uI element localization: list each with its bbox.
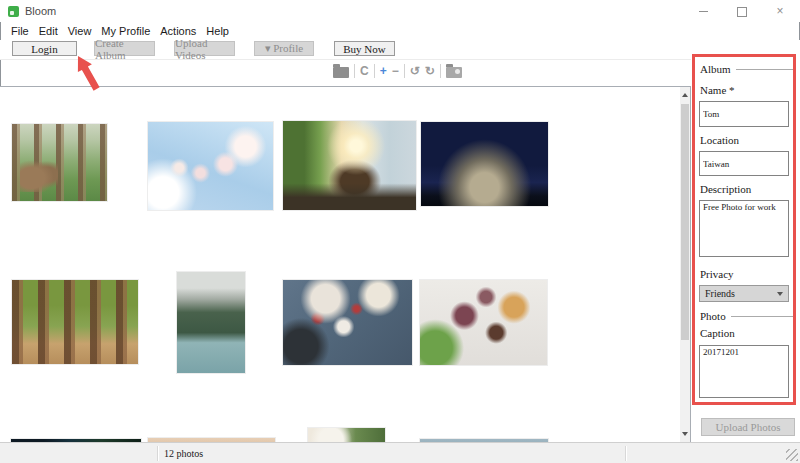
rotate-right-icon[interactable]: ↻ — [425, 63, 435, 79]
album-group-label: Album — [700, 63, 795, 75]
privacy-select[interactable]: Friends — [699, 285, 789, 302]
menu-file[interactable]: File — [6, 24, 34, 38]
photo-group-label: Photo — [700, 310, 795, 322]
status-bar: 12 photos — [0, 442, 800, 463]
icon-toolbar: C+−↺↻ — [333, 61, 462, 81]
window-controls: × — [698, 0, 794, 22]
upload-videos-button[interactable]: Upload Videos — [174, 41, 235, 56]
photo-forest-lake[interactable] — [177, 272, 245, 373]
photo-grid — [0, 86, 691, 442]
photo-folder-icon[interactable] — [333, 67, 349, 78]
scrollbar-thumb[interactable] — [681, 104, 689, 340]
photo-count-label: 12 photos — [158, 443, 625, 463]
photo-woman-at-sunset[interactable] — [283, 121, 416, 210]
minimize-icon[interactable] — [698, 5, 710, 17]
toolbar-separator — [440, 64, 441, 78]
upload-photos-button[interactable]: Upload Photos — [701, 418, 795, 436]
close-icon[interactable]: × — [774, 5, 786, 17]
menu-view[interactable]: View — [63, 24, 97, 38]
app-icon — [8, 6, 19, 17]
buy-now-button[interactable]: Buy Now — [334, 41, 395, 56]
location-input[interactable] — [699, 151, 789, 176]
album-panel: Album Name * Location Description Free P… — [691, 59, 800, 442]
photo-dessert-flatlay[interactable] — [283, 280, 412, 365]
caption-label: Caption — [700, 327, 735, 339]
bloom-app-window: { "window": { "title": "Bloom" }, "menu_… — [0, 0, 800, 463]
photo-tree-lined-path[interactable] — [12, 280, 138, 364]
photo-cherry-blossoms[interactable] — [148, 122, 273, 210]
photo-mountain-at-night[interactable] — [421, 122, 548, 206]
menu-edit[interactable]: Edit — [34, 24, 63, 38]
resize-grip-icon[interactable] — [786, 449, 798, 461]
toolbar-separator — [404, 64, 405, 78]
open-folder-icon[interactable] — [446, 67, 462, 78]
scroll-down-icon[interactable] — [680, 426, 690, 442]
privacy-selected-value: Friends — [705, 288, 735, 299]
name-label: Name * — [700, 84, 735, 96]
scroll-up-icon[interactable] — [680, 87, 690, 103]
description-textarea[interactable]: Free Photo for work — [699, 200, 789, 257]
refresh-icon[interactable]: C — [360, 63, 369, 79]
photo-breakfast-table[interactable] — [420, 280, 547, 365]
button-toolbar: LoginCreate AlbumUpload Videos▾ ProfileB… — [0, 40, 800, 60]
photo-flowers-photo-partial[interactable] — [308, 428, 385, 442]
maximize-icon[interactable] — [736, 5, 748, 17]
status-left-cell — [0, 443, 157, 463]
profile-button[interactable]: ▾ Profile — [254, 41, 314, 56]
toolbar-separator — [374, 64, 375, 78]
window-title: Bloom — [25, 5, 56, 17]
location-label: Location — [700, 134, 739, 146]
title-bar: Bloom × — [0, 0, 800, 22]
privacy-label: Privacy — [700, 268, 734, 280]
zoom-out-icon[interactable]: − — [392, 63, 399, 79]
create-album-button[interactable]: Create Album — [94, 41, 155, 56]
rotate-left-icon[interactable]: ↺ — [410, 63, 420, 79]
vertical-scrollbar[interactable] — [680, 87, 690, 442]
name-input[interactable] — [699, 101, 789, 127]
status-divider — [625, 446, 626, 461]
toolbar-separator — [354, 64, 355, 78]
chevron-down-icon — [777, 292, 783, 296]
zoom-in-icon[interactable]: + — [380, 63, 387, 79]
login-button[interactable]: Login — [12, 41, 77, 56]
caption-textarea[interactable]: 20171201 — [699, 345, 789, 398]
description-label: Description — [700, 183, 751, 195]
photo-deer-in-forest[interactable] — [12, 124, 107, 201]
